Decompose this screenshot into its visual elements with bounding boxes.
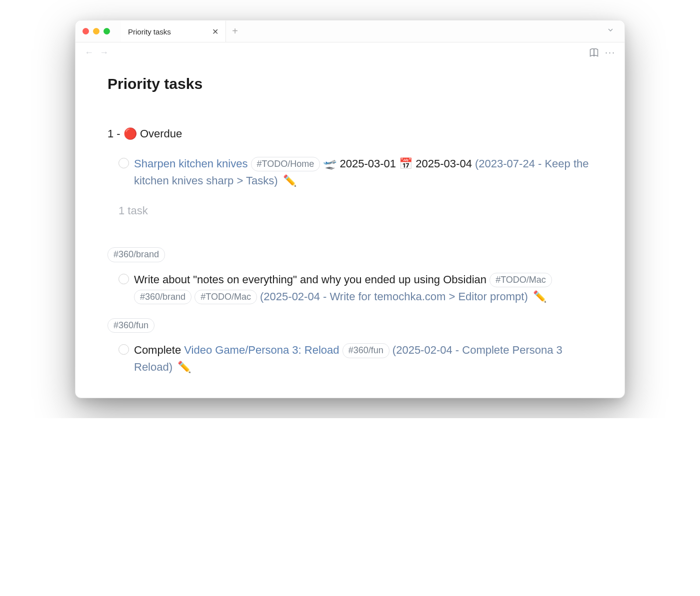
task-count: 1 task [118,204,592,217]
more-options-icon[interactable]: ··· [605,47,616,58]
maximize-window-button[interactable] [104,28,110,34]
calendar-date: 2025-03-04 [416,157,472,170]
traffic-lights [82,28,110,34]
window-menu-chevron-icon[interactable] [606,26,618,36]
titlebar: Priority tasks ✕ + [76,20,624,42]
tag-todo-mac[interactable]: #TODO/Mac [194,290,257,304]
task-item: Complete Video Game/Persona 3: Reload #3… [108,342,592,376]
task-checkbox[interactable] [118,344,129,355]
forward-icon[interactable]: → [100,47,108,58]
tag-360-brand[interactable]: #360/brand [134,290,192,304]
departure-emoji: 🛫 [323,157,336,170]
new-tab-button[interactable]: + [226,20,244,42]
tab-priority-tasks[interactable]: Priority tasks ✕ [121,20,226,42]
edit-icon[interactable]: ✏️ [533,290,546,303]
task-source-link[interactable]: 2025-02-04 - Write for temochka.com > Ed… [264,290,524,303]
tag-360-brand[interactable]: #360/brand [108,247,165,262]
tag-todo-mac[interactable]: #TODO/Mac [490,273,552,287]
tab-bar: Priority tasks ✕ + [121,20,244,42]
tab-title: Priority tasks [128,27,171,36]
task-checkbox[interactable] [118,274,129,284]
group-header-brand: #360/brand [108,247,592,262]
group-header-fun: #360/fun [108,318,592,333]
task-title-link[interactable]: Sharpen kitchen knives [134,157,248,170]
task-body: Complete Video Game/Persona 3: Reload #3… [134,342,592,376]
close-window-button[interactable] [82,28,89,34]
tag-360-fun[interactable]: #360/fun [108,318,154,333]
page-title: Priority tasks [108,75,592,92]
app-window: Priority tasks ✕ + ← → ··· Priority task… [75,20,625,398]
back-icon[interactable]: ← [84,47,94,58]
task-item: Write about "notes on everything" and wh… [108,271,592,305]
calendar-emoji: 📅 [399,157,412,170]
task-body: Write about "notes on everything" and wh… [134,271,592,305]
document-content: Priority tasks 1 - 🔴 Overdue Sharpen kit… [76,62,624,398]
task-prefix: Complete [134,344,181,356]
close-tab-icon[interactable]: ✕ [212,27,218,36]
task-title: Write about "notes on everything" and wh… [134,273,486,286]
task-checkbox[interactable] [118,158,129,168]
edit-icon[interactable]: ✏️ [178,361,191,373]
tag-360-fun[interactable]: #360/fun [342,343,390,358]
task-linked-title[interactable]: Video Game/Persona 3: Reload [184,344,339,356]
task-item: Sharpen kitchen knives #TODO/Home 🛫 2025… [108,155,592,189]
toolbar: ← → ··· [76,42,624,62]
tag-todo-home[interactable]: #TODO/Home [251,157,320,171]
departure-date: 2025-03-01 [340,157,396,170]
task-body: Sharpen kitchen knives #TODO/Home 🛫 2025… [134,155,592,189]
edit-icon[interactable]: ✏️ [283,174,296,187]
reading-view-icon[interactable] [589,47,599,57]
minimize-window-button[interactable] [93,28,100,34]
section-overdue-heading: 1 - 🔴 Overdue [108,127,592,140]
